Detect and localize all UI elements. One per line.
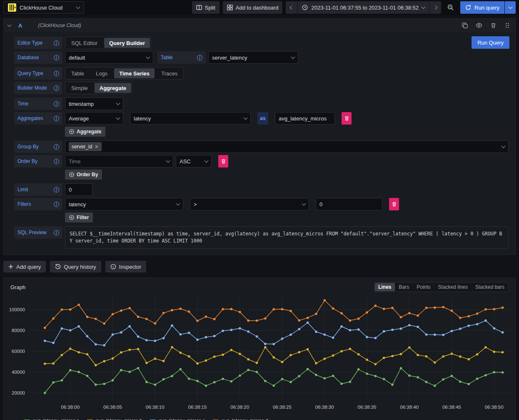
plus-circle-icon — [69, 172, 74, 177]
remove-aggregate-button[interactable] — [342, 112, 352, 125]
query-history-button[interactable]: Query history — [50, 261, 101, 272]
remove-tag-icon[interactable]: ✕ — [95, 144, 98, 150]
legend-item[interactable]: avg_latency_micros c — [150, 418, 205, 420]
legend-item[interactable]: avg_latency_micros a — [24, 418, 79, 420]
info-icon[interactable]: i — [54, 40, 59, 46]
svg-text:40000: 40000 — [12, 370, 25, 375]
top-toolbar: ClickHouse Cloud Split Add to dashboard … — [0, 0, 519, 15]
builder-mode-simple[interactable]: Simple — [66, 83, 93, 93]
info-icon[interactable]: i — [54, 71, 59, 76]
hide-query-button[interactable] — [475, 22, 483, 29]
info-icon[interactable]: i — [54, 144, 59, 150]
drag-handle[interactable] — [504, 22, 511, 29]
info-icon[interactable]: i — [54, 159, 59, 164]
remove-order-by-button[interactable] — [218, 155, 228, 168]
add-order-by-button[interactable]: Order By — [65, 170, 102, 180]
add-aggregate-button[interactable]: Aggregate — [65, 127, 105, 137]
mode-points[interactable]: Points — [413, 283, 434, 291]
legend-item[interactable]: avg_latency_micros b — [87, 418, 142, 420]
query-type-table[interactable]: Table — [66, 68, 89, 78]
group-by-label: Group By i — [14, 140, 62, 153]
info-icon[interactable]: i — [54, 101, 59, 107]
query-type-logs[interactable]: Logs — [91, 68, 112, 78]
svg-text:80000: 80000 — [12, 328, 25, 333]
split-button[interactable]: Split — [192, 1, 220, 14]
inspector-button[interactable]: Inspector — [105, 261, 146, 272]
svg-text:100000: 100000 — [9, 307, 25, 312]
trash-icon — [392, 202, 397, 207]
add-query-button[interactable]: Add query — [3, 261, 46, 272]
info-icon[interactable]: i — [54, 116, 59, 121]
database-select[interactable]: default — [65, 51, 153, 64]
legend-item[interactable]: avg_latency_micros d — [212, 418, 268, 420]
run-query-split-button: Run query — [460, 1, 516, 14]
trash-icon — [221, 159, 226, 164]
time-column-select[interactable]: timestamp — [65, 98, 123, 110]
time-label: Time i — [14, 98, 62, 110]
split-label: Split — [205, 5, 215, 11]
editor-run-query-button[interactable]: Run Query — [472, 36, 509, 49]
chevron-down-icon — [76, 5, 80, 9]
filter-field-select[interactable]: latency — [65, 198, 183, 210]
plus-circle-icon — [69, 215, 74, 220]
order-by-direction-select[interactable]: ASC — [176, 155, 212, 168]
time-series-chart[interactable]: 06:38:0006:38:0506:38:1006:38:1506:38:20… — [7, 295, 512, 415]
mode-bars[interactable]: Bars — [396, 283, 413, 291]
sql-preview-label: SQL Preview i — [14, 226, 62, 239]
time-shift-back-button[interactable] — [286, 1, 297, 14]
chevron-down-icon — [166, 159, 170, 163]
order-by-label: Order By i — [14, 155, 62, 168]
mode-stacked-bars[interactable]: Stacked bars — [472, 283, 508, 291]
mode-stacked-lines[interactable]: Stacked lines — [435, 283, 471, 291]
info-icon[interactable]: i — [54, 85, 59, 91]
zoom-out-time-button[interactable] — [444, 1, 457, 14]
grip-dots-icon — [505, 22, 509, 28]
info-icon[interactable]: i — [54, 55, 59, 60]
run-query-button[interactable]: Run query — [460, 1, 504, 14]
mode-lines[interactable]: Lines — [375, 283, 394, 291]
svg-text:06:38:10: 06:38:10 — [146, 405, 165, 410]
order-by-field-select[interactable]: Time — [65, 155, 173, 168]
chart-legend: avg_latency_micros a avg_latency_micros … — [7, 416, 512, 420]
filter-value-input[interactable] — [316, 198, 382, 210]
editor-type-query-builder[interactable]: Query Builder — [104, 38, 150, 48]
run-query-dropdown[interactable] — [505, 1, 516, 14]
info-icon[interactable]: i — [54, 202, 59, 207]
aggregate-function-select[interactable]: Average — [65, 112, 123, 125]
editor-type-sql-editor[interactable]: SQL Editor — [66, 38, 102, 48]
chevron-down-icon — [502, 144, 506, 148]
chevron-down-icon — [244, 116, 248, 120]
aggregate-alias-input[interactable] — [275, 112, 335, 125]
time-shift-forward-button[interactable] — [429, 1, 441, 14]
table-select[interactable]: server_latency — [208, 51, 298, 64]
chevron-right-icon — [433, 5, 437, 10]
aggregate-column-select[interactable]: latency — [130, 112, 251, 125]
query-type-traces[interactable]: Traces — [156, 68, 182, 78]
chevron-down-icon — [176, 202, 180, 206]
refresh-icon — [465, 5, 471, 10]
plus-icon — [8, 264, 13, 269]
duplicate-query-button[interactable] — [461, 22, 469, 29]
collapse-chevron-icon[interactable] — [7, 23, 12, 27]
datasource-picker[interactable]: ClickHouse Cloud — [3, 1, 84, 14]
add-to-dashboard-button[interactable]: Add to dashboard — [223, 1, 283, 14]
svg-text:06:38:00: 06:38:00 — [61, 405, 80, 410]
eye-icon — [476, 23, 482, 28]
group-by-multiselect[interactable]: server_id ✕ — [65, 140, 509, 153]
svg-text:06:38:05: 06:38:05 — [103, 405, 122, 410]
limit-input[interactable] — [65, 183, 92, 196]
filter-operator-select[interactable]: > — [190, 198, 309, 210]
query-footer-actions: Add query Query history Inspector — [3, 261, 516, 272]
info-icon[interactable]: i — [197, 55, 202, 60]
info-icon[interactable]: i — [54, 230, 59, 235]
builder-mode-aggregate[interactable]: Aggregate — [95, 83, 131, 93]
remove-filter-button[interactable] — [389, 198, 399, 210]
info-icon[interactable]: i — [54, 187, 59, 192]
add-filter-button[interactable]: Filter — [65, 212, 93, 222]
editor-type-label: Editor Type i — [14, 37, 62, 49]
query-type-time-series[interactable]: Time Series — [114, 68, 155, 78]
time-range-label: 2023-11-01 06:37:55 to 2023-11-01 06:38:… — [311, 5, 419, 11]
query-row-header[interactable]: A (ClickHouse Cloud) — [4, 19, 515, 32]
time-range-picker[interactable]: 2023-11-01 06:37:55 to 2023-11-01 06:38:… — [298, 1, 429, 14]
remove-query-button[interactable] — [489, 22, 497, 29]
